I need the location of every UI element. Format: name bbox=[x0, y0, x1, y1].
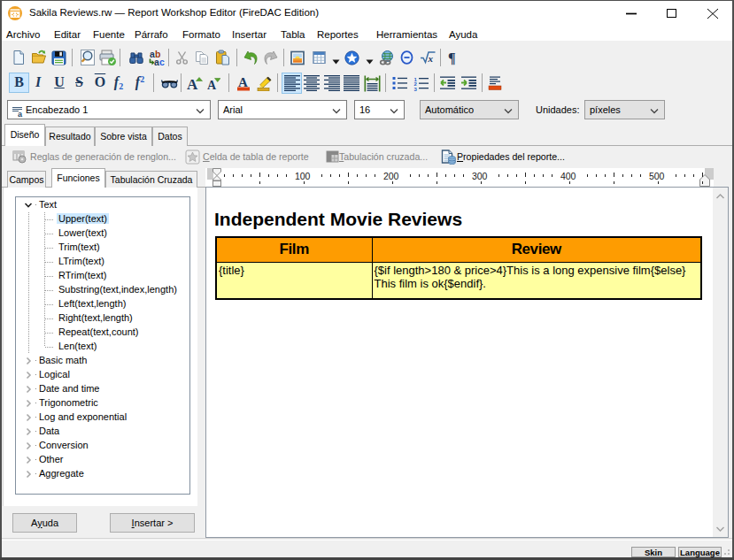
svg-text:x: x bbox=[428, 53, 434, 64]
svg-text:c: c bbox=[159, 57, 165, 66]
svg-text:A: A bbox=[207, 79, 217, 90]
svg-text:a: a bbox=[18, 110, 23, 119]
svg-text:3: 3 bbox=[414, 86, 418, 91]
svg-text:¶: ¶ bbox=[448, 50, 456, 65]
svg-text:A: A bbox=[187, 76, 198, 91]
svg-text:A: A bbox=[238, 75, 248, 89]
